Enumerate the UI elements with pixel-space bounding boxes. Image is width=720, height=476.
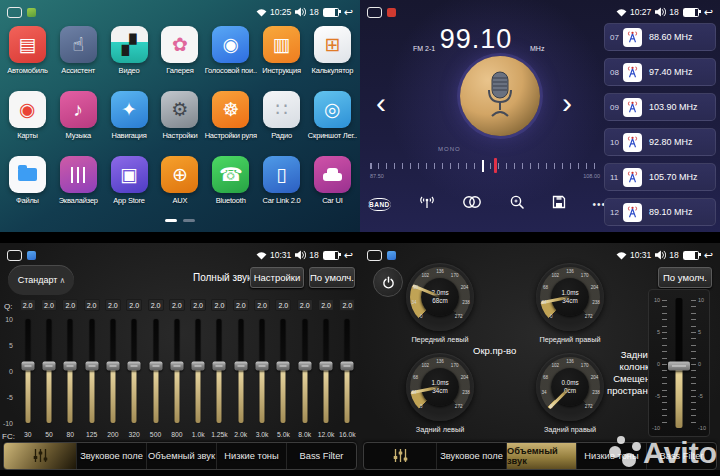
q-value[interactable]: 2.0: [339, 299, 355, 311]
tab-equalizer[interactable]: [364, 443, 436, 469]
slider-handle[interactable]: [234, 361, 247, 370]
app-equalizer-app[interactable]: Эквалайзер: [53, 156, 104, 205]
page-dot-active[interactable]: [165, 219, 177, 223]
file-app-icon[interactable]: [27, 251, 36, 260]
tab-item[interactable]: Объемный звук: [506, 443, 576, 469]
home-icon[interactable]: [367, 7, 382, 18]
back-icon[interactable]: ↩: [704, 250, 713, 261]
delay-dial[interactable]: 1.0ms34cm03468102136170204238272Задний л…: [388, 353, 492, 434]
q-value[interactable]: 2.0: [41, 299, 57, 311]
band-slider[interactable]: [337, 319, 358, 423]
page-dot[interactable]: [183, 219, 195, 223]
delay-dial[interactable]: 1.0ms34cm03468102136170204238272Передний…: [518, 263, 622, 344]
station-item[interactable]: 0788.60 MHz: [604, 23, 716, 51]
band-slider[interactable]: [38, 319, 59, 423]
tuning-needle[interactable]: [494, 158, 497, 173]
q-value[interactable]: 2.0: [211, 299, 227, 311]
back-icon[interactable]: ↩: [344, 250, 353, 261]
tab-item[interactable]: Звуковое поле: [436, 443, 506, 469]
app-maps[interactable]: ◉Карты: [2, 91, 53, 140]
station-item[interactable]: 09103.90 MHz: [604, 93, 716, 121]
delay-dial[interactable]: 2.0ms68cm03468102136170204238272Передний…: [388, 263, 492, 344]
page-indicator[interactable]: [0, 219, 360, 223]
slider-handle[interactable]: [341, 361, 354, 370]
app-manual[interactable]: ▥Инструкция: [256, 26, 307, 75]
app-navigation[interactable]: ✦Навигация: [104, 91, 155, 140]
q-value[interactable]: 2.0: [190, 299, 206, 311]
band-slider[interactable]: [294, 319, 315, 423]
app-aux[interactable]: ⊕AUX: [154, 156, 205, 205]
q-value[interactable]: 2.0: [84, 299, 100, 311]
slider-handle[interactable]: [21, 361, 34, 370]
app-car-ui[interactable]: Car UI: [307, 156, 358, 205]
band-slider[interactable]: [81, 319, 102, 423]
band-button[interactable]: BAND: [368, 198, 391, 211]
scan-icon[interactable]: [509, 194, 525, 214]
q-value[interactable]: 2.0: [148, 299, 164, 311]
station-item[interactable]: 1092.80 MHz: [604, 128, 716, 156]
app-voice-search[interactable]: ◉Голосовой пои..: [205, 26, 256, 75]
slider-handle[interactable]: [277, 361, 290, 370]
settings-button[interactable]: Настройки: [250, 267, 304, 288]
app-video[interactable]: ▞Видео: [104, 26, 155, 75]
q-value[interactable]: 2.0: [297, 299, 313, 311]
next-station-icon[interactable]: ›: [562, 88, 572, 118]
app-gallery[interactable]: ✿Галерея: [154, 26, 205, 75]
home-icon[interactable]: [367, 250, 382, 261]
default-button[interactable]: По умолч.: [658, 267, 712, 288]
recorder-app-icon[interactable]: [387, 8, 396, 17]
slider-handle[interactable]: [213, 361, 226, 370]
previous-station-icon[interactable]: ‹: [376, 88, 386, 118]
q-value[interactable]: 2.0: [126, 299, 142, 311]
slider-handle[interactable]: [149, 361, 162, 370]
q-value[interactable]: 2.0: [318, 299, 334, 311]
app-automobile[interactable]: ▤Автомобиль: [2, 26, 53, 75]
q-value[interactable]: 2.0: [105, 299, 121, 311]
app-assistant[interactable]: ☝Ассистент: [53, 26, 104, 75]
home-app-icon[interactable]: [27, 8, 36, 17]
app-files[interactable]: Файлы: [2, 156, 53, 205]
slider-handle[interactable]: [170, 361, 183, 370]
band-slider[interactable]: [230, 319, 251, 423]
slider-handle[interactable]: [85, 361, 98, 370]
q-value[interactable]: 2.0: [169, 299, 185, 311]
slider-handle[interactable]: [298, 361, 311, 370]
station-item[interactable]: 0897.40 MHz: [604, 58, 716, 86]
q-value[interactable]: 2.0: [254, 299, 270, 311]
preset-dropdown[interactable]: Стандарт ∧: [8, 265, 74, 295]
app-car-link[interactable]: ▯Car Link 2.0: [256, 156, 307, 205]
app-radio-app[interactable]: ∷Радио: [256, 91, 307, 140]
band-slider[interactable]: [124, 319, 145, 423]
tab-equalizer[interactable]: [4, 443, 76, 469]
station-item[interactable]: 1289.10 MHz: [604, 198, 716, 226]
tab-item[interactable]: Низкие тоны: [216, 443, 286, 469]
tab-item[interactable]: Звуковое поле: [76, 443, 146, 469]
app-bluetooth[interactable]: ☎Bluetooth: [205, 156, 256, 205]
app-calculator[interactable]: ⊞Калькулятор: [307, 26, 358, 75]
tuning-scale[interactable]: 87.50 108.00: [370, 160, 600, 182]
slider-handle[interactable]: [192, 361, 205, 370]
band-slider[interactable]: [60, 319, 81, 423]
save-icon[interactable]: [552, 195, 566, 213]
station-item[interactable]: 11105.70 MHz: [604, 163, 716, 191]
home-icon[interactable]: [7, 250, 22, 261]
band-slider[interactable]: [166, 319, 187, 423]
slider-handle[interactable]: [320, 361, 333, 370]
app-settings[interactable]: ⚙Настройки: [154, 91, 205, 140]
app-screenshot[interactable]: ◎Скриншот Лег..: [307, 91, 358, 140]
slider-handle[interactable]: [128, 361, 141, 370]
band-slider[interactable]: [145, 319, 166, 423]
band-slider[interactable]: [17, 319, 38, 423]
q-value[interactable]: 2.0: [233, 299, 249, 311]
back-icon[interactable]: ↩: [344, 7, 353, 18]
app-music[interactable]: ♪Музыка: [53, 91, 104, 140]
file-app-icon[interactable]: [387, 251, 396, 260]
q-value[interactable]: 2.0: [62, 299, 78, 311]
q-value[interactable]: 2.0: [275, 299, 291, 311]
tab-item[interactable]: Bass Filter: [286, 443, 356, 469]
app-app-store[interactable]: ▣App Store: [104, 156, 155, 205]
stereo-icon[interactable]: [462, 195, 482, 213]
band-slider[interactable]: [209, 319, 230, 423]
band-slider[interactable]: [273, 319, 294, 423]
app-wheel-settings[interactable]: ☸Настройки руля: [205, 91, 256, 140]
